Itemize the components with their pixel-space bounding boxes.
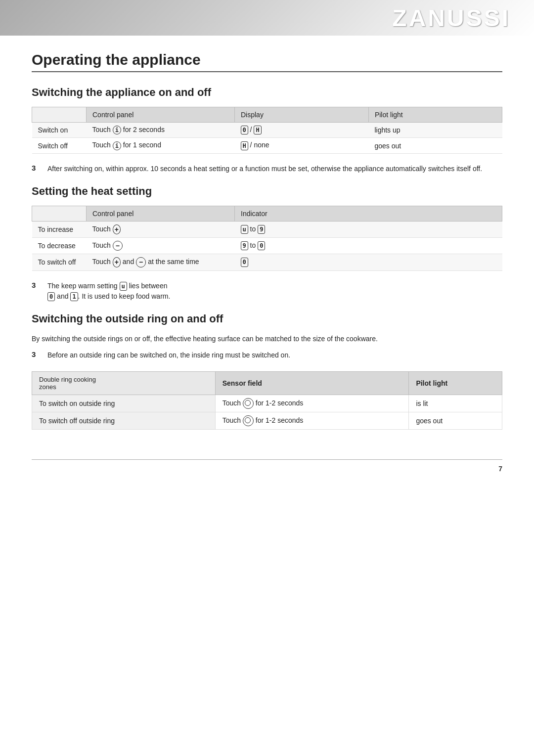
row-switch-on-label: Switch on <box>32 123 87 138</box>
col-header-zones-top: Double ring cookingzones <box>32 371 216 395</box>
row-switch-off-ring-sensor: Touch for 1-2 seconds <box>215 412 409 429</box>
switch-table: Control panel Display Pilot light Switch… <box>32 107 502 154</box>
sym-ring-off <box>243 415 254 426</box>
row-switch-off-ring-label: To switch off outside ring <box>32 412 216 429</box>
sym-0d: 0 <box>47 292 55 301</box>
title-rule <box>32 71 502 72</box>
sym-plus: + <box>113 224 121 234</box>
col-header-control: Control panel <box>87 107 235 123</box>
col-header-pilot: Pilot light <box>368 107 502 123</box>
row-decrease-label: To decrease <box>32 238 87 254</box>
footer: 7 <box>32 459 502 473</box>
brand-logo: ZANUSSI <box>392 4 510 32</box>
row-switch-on-display: 0 / H <box>235 123 369 138</box>
row-switch-off-label: Switch off <box>32 138 87 153</box>
note3-text: Before an outside ring can be switched o… <box>47 350 290 360</box>
table-row: Switch on Touch i for 2 seconds 0 / H li… <box>32 123 502 138</box>
table-row: To increase Touch + u to 9 <box>32 221 502 237</box>
row-switch-on-ring-sensor: Touch for 1-2 seconds <box>215 395 409 412</box>
note3: 3 Before an outside ring can be switched… <box>32 350 502 360</box>
section3-description: By switching the outside rings on or off… <box>32 333 502 344</box>
note1-number: 3 <box>32 164 44 172</box>
col-header-empty <box>32 107 87 123</box>
table-row: To decrease Touch − 9 to 0 <box>32 238 502 254</box>
outside-ring-table: Double ring cookingzones Sensor field Pi… <box>32 371 502 430</box>
section-switching-on-off: Switching the appliance on and off Contr… <box>32 86 502 174</box>
col-header-indicator: Indicator <box>235 206 502 221</box>
sym-h2: H <box>241 141 248 150</box>
sym-h: H <box>254 126 261 134</box>
note2-number: 3 <box>32 281 44 289</box>
table-row: To switch off Touch + and − at the same … <box>32 254 502 270</box>
sym-1: 1 <box>70 292 78 301</box>
sym-zero: 0 <box>241 126 248 134</box>
col-header-control2: Control panel <box>87 206 235 221</box>
heat-table: Control panel Indicator To increase Touc… <box>32 206 502 271</box>
row-switch-off-ring-pilot: goes out <box>409 412 502 429</box>
row-switch-on-control: Touch i for 2 seconds <box>87 123 235 138</box>
note1: 3 After switching on, within approx. 10 … <box>32 164 502 174</box>
sym-9b: 9 <box>241 241 248 250</box>
sym-plus2: + <box>113 257 121 267</box>
row-increase-indicator: u to 9 <box>235 221 502 237</box>
sym-minus2: − <box>136 257 146 267</box>
row-switchoff-control: Touch + and − at the same time <box>87 254 235 270</box>
header: ZANUSSI <box>0 0 534 36</box>
section-heat-setting: Setting the heat setting Control panel I… <box>32 185 502 302</box>
note2-text: The keep warm setting u lies between 0 a… <box>47 281 170 302</box>
sym-9: 9 <box>258 225 265 234</box>
sym-0b: 0 <box>258 241 265 250</box>
page-number: 7 <box>498 465 502 473</box>
row-decrease-control: Touch − <box>87 238 235 254</box>
table-row: Switch off Touch i for 1 second H / none… <box>32 138 502 153</box>
table-row: To switch on outside ring Touch for 1-2 … <box>32 395 502 412</box>
sym-minus: − <box>113 241 123 251</box>
col-header-sensor: Sensor field <box>215 371 409 395</box>
row-increase-label: To increase <box>32 221 87 237</box>
note1-text: After switching on, within approx. 10 se… <box>47 164 482 174</box>
sym-0c: 0 <box>241 258 248 267</box>
page-title: Operating the appliance <box>32 51 502 68</box>
section-outside-ring: Switching the outside ring on and off By… <box>32 312 502 430</box>
section3-heading: Switching the outside ring on and off <box>32 312 502 325</box>
note3-number: 3 <box>32 350 44 358</box>
row-decrease-indicator: 9 to 0 <box>235 238 502 254</box>
row-switchoff-label: To switch off <box>32 254 87 270</box>
note2: 3 The keep warm setting u lies between 0… <box>32 281 502 302</box>
row-switch-on-ring-pilot: is lit <box>409 395 502 412</box>
row-switch-off-display: H / none <box>235 138 369 153</box>
col-header-pilot2: Pilot light <box>409 371 502 395</box>
row-switch-off-pilot: goes out <box>368 138 502 153</box>
row-increase-control: Touch + <box>87 221 235 237</box>
content: Operating the appliance Switching the ap… <box>0 36 534 449</box>
sym-power2: i <box>113 141 121 150</box>
sym-u: u <box>241 225 248 234</box>
row-switch-off-control: Touch i for 1 second <box>87 138 235 153</box>
sym-power: i <box>113 126 121 134</box>
sym-ring-on <box>243 398 254 409</box>
row-switch-on-ring-label: To switch on outside ring <box>32 395 216 412</box>
table-row: To switch off outside ring Touch for 1-2… <box>32 412 502 429</box>
row-switch-on-pilot: lights up <box>368 123 502 138</box>
row-switchoff-indicator: 0 <box>235 254 502 270</box>
sym-u2: u <box>120 282 127 291</box>
section1-heading: Switching the appliance on and off <box>32 86 502 99</box>
col-header-empty2 <box>32 206 87 221</box>
section2-heading: Setting the heat setting <box>32 185 502 198</box>
col-header-display: Display <box>235 107 369 123</box>
